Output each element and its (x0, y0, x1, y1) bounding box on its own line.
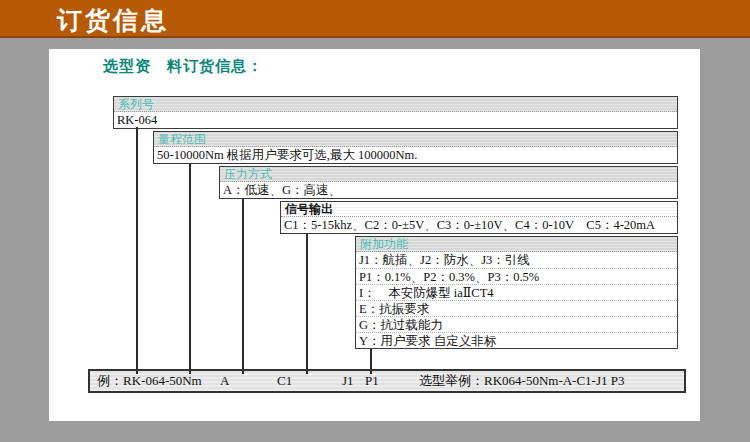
page-title: 订货信息 (57, 4, 169, 37)
addon-row-i-post: ⅡCT4 (463, 286, 494, 300)
box-signal-value: C1：5-15khz、C2：0-±5V、C3：0-±10V、C4：0-10V C… (281, 217, 677, 233)
box-signal: 信号输出 C1：5-15khz、C2：0-±5V、C3：0-±10V、C4：0-… (280, 201, 678, 234)
box-range-value: 50-10000Nm 根据用户要求可选,最大 100000Nm. (154, 147, 677, 163)
box-series: 系列号 RK-064 (113, 96, 678, 129)
box-addon-row-i: I： 本安防爆型 iaⅡCT4 (356, 284, 677, 300)
box-range: 量程范围 50-10000Nm 根据用户要求可选,最大 100000Nm. (153, 131, 678, 164)
box-addon-row-g: G：抗过载能力 (356, 316, 677, 332)
example-result: 选型举例：RK064-50Nm-A-C1-J1 P3 (419, 371, 624, 391)
box-addon-row-j: J1：航插、J2：防水、J3：引线 (356, 252, 677, 268)
box-addon: 附加功能 J1：航插、J2：防水、J3：引线 P1：0.1%、P2：0.3%、P… (355, 236, 678, 349)
box-pressure-label: 压力方式 (220, 167, 677, 182)
box-addon-row-y: Y：用户要求 自定义非标 (356, 332, 677, 348)
example-code-c1: C1 (277, 371, 292, 391)
example-box: 例：RK-064-50Nm A C1 J1 P1 选型举例：RK064-50Nm… (88, 369, 686, 393)
content-area: 选型资 料订货信息： 系列号 RK-064 量程范围 50-10000Nm 根据… (49, 49, 700, 421)
box-pressure-value: A：低速、G：高速、 (220, 182, 677, 198)
addon-row-i-pre: I： 本安防爆型 (359, 286, 454, 300)
connector-line-pressure (242, 199, 244, 374)
page-background: 订货信息 选型资 料订货信息： 系列号 RK-064 量程范围 50-10000… (0, 0, 750, 442)
connector-line-range (189, 163, 191, 374)
box-addon-label: 附加功能 (356, 237, 677, 252)
connector-line-signal (306, 233, 308, 374)
box-series-value: RK-064 (114, 112, 677, 128)
box-series-label: 系列号 (114, 97, 677, 112)
connector-line-addon (370, 349, 372, 374)
addon-row-i-mark: ia (454, 286, 463, 300)
box-range-label: 量程范围 (154, 132, 677, 147)
example-code-a: A (220, 371, 229, 391)
header-bar: 订货信息 (0, 0, 750, 38)
example-prefix: 例：RK-064-50Nm (97, 371, 202, 391)
section-subtitle: 选型资 料订货信息： (103, 57, 263, 76)
box-signal-label: 信号输出 (281, 202, 677, 217)
example-code-p1: P1 (365, 371, 379, 391)
box-pressure: 压力方式 A：低速、G：高速、 (219, 166, 678, 199)
box-addon-row-e: E：抗振要求 (356, 300, 677, 316)
connector-line-series (136, 127, 138, 374)
example-code-j1: J1 (342, 371, 354, 391)
box-addon-row-p: P1：0.1%、P2：0.3%、P3：0.5% (356, 268, 677, 284)
